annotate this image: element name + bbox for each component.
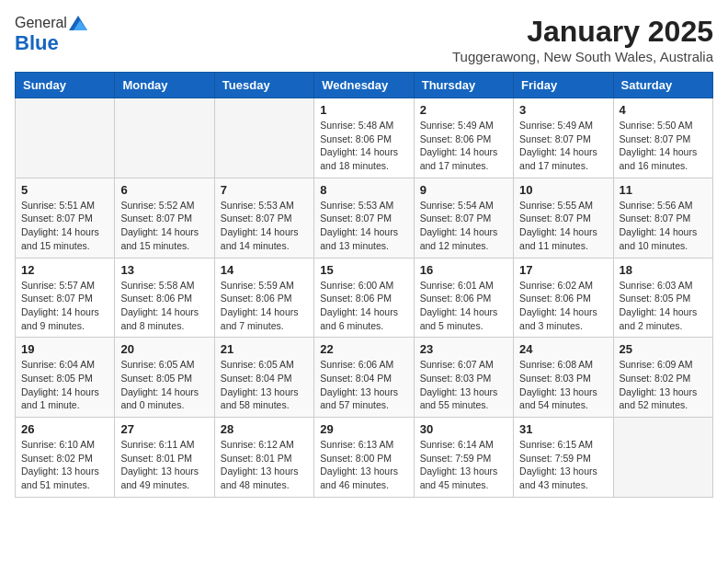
calendar-week-row: 19Sunrise: 6:04 AM Sunset: 8:05 PM Dayli… bbox=[16, 338, 713, 418]
title-block: January 2025 Tuggerawong, New South Wale… bbox=[452, 15, 713, 64]
day-number: 5 bbox=[21, 183, 108, 197]
calendar-cell: 22Sunrise: 6:06 AM Sunset: 8:04 PM Dayli… bbox=[314, 338, 414, 418]
day-number: 19 bbox=[21, 342, 108, 356]
day-info: Sunrise: 6:05 AM Sunset: 8:04 PM Dayligh… bbox=[221, 358, 308, 412]
calendar-cell: 14Sunrise: 5:59 AM Sunset: 8:06 PM Dayli… bbox=[214, 258, 313, 338]
day-info: Sunrise: 6:09 AM Sunset: 8:02 PM Dayligh… bbox=[620, 358, 707, 412]
day-info: Sunrise: 5:55 AM Sunset: 8:07 PM Dayligh… bbox=[519, 199, 607, 253]
day-number: 26 bbox=[21, 422, 108, 436]
calendar-cell: 7Sunrise: 5:53 AM Sunset: 8:07 PM Daylig… bbox=[214, 178, 313, 258]
day-info: Sunrise: 6:06 AM Sunset: 8:04 PM Dayligh… bbox=[320, 358, 407, 412]
day-info: Sunrise: 6:01 AM Sunset: 8:06 PM Dayligh… bbox=[420, 279, 507, 333]
calendar-cell: 18Sunrise: 6:03 AM Sunset: 8:05 PM Dayli… bbox=[613, 258, 712, 338]
logo: General Blue bbox=[15, 15, 87, 55]
calendar-cell: 10Sunrise: 5:55 AM Sunset: 8:07 PM Dayli… bbox=[514, 178, 613, 258]
day-number: 28 bbox=[221, 422, 308, 436]
day-info: Sunrise: 6:02 AM Sunset: 8:06 PM Dayligh… bbox=[519, 279, 607, 333]
day-info: Sunrise: 6:15 AM Sunset: 7:59 PM Dayligh… bbox=[519, 438, 607, 492]
day-info: Sunrise: 5:53 AM Sunset: 8:07 PM Dayligh… bbox=[221, 199, 308, 253]
calendar-cell: 30Sunrise: 6:14 AM Sunset: 7:59 PM Dayli… bbox=[414, 418, 513, 498]
day-number: 3 bbox=[519, 103, 607, 117]
calendar-cell: 27Sunrise: 6:11 AM Sunset: 8:01 PM Dayli… bbox=[115, 418, 214, 498]
day-info: Sunrise: 6:08 AM Sunset: 8:03 PM Dayligh… bbox=[519, 358, 607, 412]
calendar-header-saturday: Saturday bbox=[613, 73, 712, 98]
day-info: Sunrise: 6:13 AM Sunset: 8:00 PM Dayligh… bbox=[320, 438, 407, 492]
calendar-cell: 23Sunrise: 6:07 AM Sunset: 8:03 PM Dayli… bbox=[414, 338, 513, 418]
day-number: 18 bbox=[620, 263, 707, 277]
day-info: Sunrise: 5:54 AM Sunset: 8:07 PM Dayligh… bbox=[420, 199, 507, 253]
calendar-cell: 3Sunrise: 5:49 AM Sunset: 8:07 PM Daylig… bbox=[514, 98, 613, 178]
day-number: 31 bbox=[519, 422, 607, 436]
day-number: 21 bbox=[221, 342, 308, 356]
calendar-cell: 12Sunrise: 5:57 AM Sunset: 8:07 PM Dayli… bbox=[16, 258, 115, 338]
calendar-cell: 29Sunrise: 6:13 AM Sunset: 8:00 PM Dayli… bbox=[314, 418, 414, 498]
calendar-cell: 24Sunrise: 6:08 AM Sunset: 8:03 PM Dayli… bbox=[514, 338, 613, 418]
calendar-cell: 20Sunrise: 6:05 AM Sunset: 8:05 PM Dayli… bbox=[115, 338, 214, 418]
calendar-cell: 19Sunrise: 6:04 AM Sunset: 8:05 PM Dayli… bbox=[16, 338, 115, 418]
page-title: January 2025 bbox=[452, 15, 713, 49]
day-info: Sunrise: 5:49 AM Sunset: 8:06 PM Dayligh… bbox=[420, 119, 507, 173]
day-info: Sunrise: 5:56 AM Sunset: 8:07 PM Dayligh… bbox=[620, 199, 707, 253]
calendar-week-row: 1Sunrise: 5:48 AM Sunset: 8:06 PM Daylig… bbox=[16, 98, 713, 178]
calendar-cell: 5Sunrise: 5:51 AM Sunset: 8:07 PM Daylig… bbox=[16, 178, 115, 258]
calendar-header-tuesday: Tuesday bbox=[214, 73, 313, 98]
day-info: Sunrise: 6:03 AM Sunset: 8:05 PM Dayligh… bbox=[620, 279, 707, 333]
calendar-cell: 15Sunrise: 6:00 AM Sunset: 8:06 PM Dayli… bbox=[314, 258, 414, 338]
day-info: Sunrise: 6:04 AM Sunset: 8:05 PM Dayligh… bbox=[21, 358, 108, 412]
calendar-header-friday: Friday bbox=[514, 73, 613, 98]
calendar-header-sunday: Sunday bbox=[16, 73, 115, 98]
calendar-cell: 11Sunrise: 5:56 AM Sunset: 8:07 PM Dayli… bbox=[613, 178, 712, 258]
calendar-cell: 31Sunrise: 6:15 AM Sunset: 7:59 PM Dayli… bbox=[514, 418, 613, 498]
calendar-week-row: 26Sunrise: 6:10 AM Sunset: 8:02 PM Dayli… bbox=[16, 418, 713, 498]
day-number: 2 bbox=[420, 103, 507, 117]
calendar-cell bbox=[214, 98, 313, 178]
day-info: Sunrise: 6:05 AM Sunset: 8:05 PM Dayligh… bbox=[120, 358, 208, 412]
calendar-header-monday: Monday bbox=[115, 73, 214, 98]
day-number: 10 bbox=[519, 183, 607, 197]
logo-blue-text: Blue bbox=[15, 31, 59, 55]
page-subtitle: Tuggerawong, New South Wales, Australia bbox=[452, 49, 713, 64]
calendar-cell: 16Sunrise: 6:01 AM Sunset: 8:06 PM Dayli… bbox=[414, 258, 513, 338]
calendar-cell bbox=[16, 98, 115, 178]
day-number: 23 bbox=[420, 342, 507, 356]
calendar-header-thursday: Thursday bbox=[414, 73, 513, 98]
day-info: Sunrise: 5:52 AM Sunset: 8:07 PM Dayligh… bbox=[120, 199, 208, 253]
page-header: General Blue January 2025 Tuggerawong, N… bbox=[15, 15, 713, 64]
day-number: 9 bbox=[420, 183, 507, 197]
logo-icon bbox=[69, 16, 87, 30]
day-info: Sunrise: 5:50 AM Sunset: 8:07 PM Dayligh… bbox=[620, 119, 707, 173]
day-info: Sunrise: 6:00 AM Sunset: 8:06 PM Dayligh… bbox=[320, 279, 407, 333]
calendar-cell: 4Sunrise: 5:50 AM Sunset: 8:07 PM Daylig… bbox=[613, 98, 712, 178]
day-number: 29 bbox=[320, 422, 407, 436]
day-info: Sunrise: 6:07 AM Sunset: 8:03 PM Dayligh… bbox=[420, 358, 507, 412]
day-number: 12 bbox=[21, 263, 108, 277]
calendar-cell: 13Sunrise: 5:58 AM Sunset: 8:06 PM Dayli… bbox=[115, 258, 214, 338]
day-number: 22 bbox=[320, 342, 407, 356]
day-number: 14 bbox=[221, 263, 308, 277]
logo-general-text: General bbox=[15, 15, 67, 31]
day-number: 8 bbox=[320, 183, 407, 197]
calendar-cell: 2Sunrise: 5:49 AM Sunset: 8:06 PM Daylig… bbox=[414, 98, 513, 178]
day-number: 20 bbox=[120, 342, 208, 356]
calendar-header-wednesday: Wednesday bbox=[314, 73, 414, 98]
day-info: Sunrise: 5:57 AM Sunset: 8:07 PM Dayligh… bbox=[21, 279, 108, 333]
day-number: 11 bbox=[620, 183, 707, 197]
calendar-cell bbox=[613, 418, 712, 498]
calendar-week-row: 12Sunrise: 5:57 AM Sunset: 8:07 PM Dayli… bbox=[16, 258, 713, 338]
calendar-header-row: SundayMondayTuesdayWednesdayThursdayFrid… bbox=[16, 73, 713, 98]
calendar-week-row: 5Sunrise: 5:51 AM Sunset: 8:07 PM Daylig… bbox=[16, 178, 713, 258]
calendar-cell: 25Sunrise: 6:09 AM Sunset: 8:02 PM Dayli… bbox=[613, 338, 712, 418]
day-info: Sunrise: 6:14 AM Sunset: 7:59 PM Dayligh… bbox=[420, 438, 507, 492]
day-number: 27 bbox=[120, 422, 208, 436]
day-info: Sunrise: 5:53 AM Sunset: 8:07 PM Dayligh… bbox=[320, 199, 407, 253]
calendar-cell: 26Sunrise: 6:10 AM Sunset: 8:02 PM Dayli… bbox=[16, 418, 115, 498]
day-info: Sunrise: 5:51 AM Sunset: 8:07 PM Dayligh… bbox=[21, 199, 108, 253]
calendar-cell: 17Sunrise: 6:02 AM Sunset: 8:06 PM Dayli… bbox=[514, 258, 613, 338]
calendar-table: SundayMondayTuesdayWednesdayThursdayFrid… bbox=[15, 72, 713, 498]
day-number: 17 bbox=[519, 263, 607, 277]
calendar-cell: 6Sunrise: 5:52 AM Sunset: 8:07 PM Daylig… bbox=[115, 178, 214, 258]
day-info: Sunrise: 5:59 AM Sunset: 8:06 PM Dayligh… bbox=[221, 279, 308, 333]
day-number: 13 bbox=[120, 263, 208, 277]
day-info: Sunrise: 6:11 AM Sunset: 8:01 PM Dayligh… bbox=[120, 438, 208, 492]
calendar-cell: 8Sunrise: 5:53 AM Sunset: 8:07 PM Daylig… bbox=[314, 178, 414, 258]
